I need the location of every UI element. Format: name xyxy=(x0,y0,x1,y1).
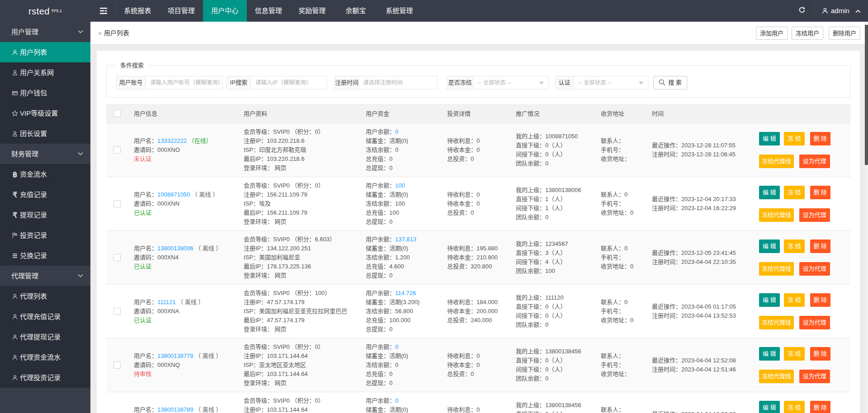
svg-text:₹: ₹ xyxy=(13,212,18,218)
svg-text:₹: ₹ xyxy=(13,192,18,198)
svg-text:฿: ฿ xyxy=(13,171,18,178)
